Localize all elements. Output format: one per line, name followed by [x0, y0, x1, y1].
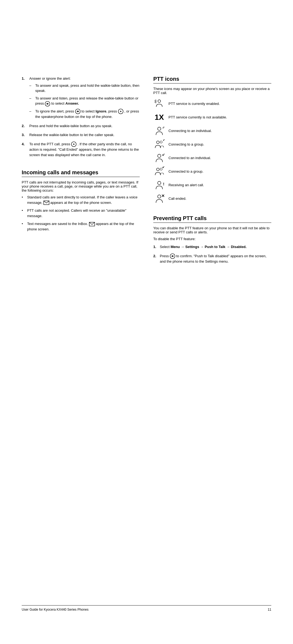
ptt-icon-label-5: Connected to an individual.	[168, 156, 211, 160]
two-column-layout: 1. Answer or ignore the alert: To answer…	[22, 76, 271, 268]
svg-point-22	[157, 168, 159, 171]
substep-1a: To answer and speak, press and hold the …	[29, 83, 140, 94]
connected-individual-icon	[153, 153, 165, 163]
ptt-svg-1b	[45, 101, 50, 107]
substep-1c: To ignore the alert, press to select Ign…	[29, 109, 140, 120]
svg-point-24	[158, 181, 161, 185]
ptt-icon-label-2: PTT service currently is not available.	[168, 115, 227, 120]
ptt-svg-1c-1	[75, 109, 81, 114]
bullet-2-text: PTT calls are not accepted. Callers will…	[27, 208, 126, 218]
prevent-step-1: 1. Select Menu → Settings → Push to Talk…	[153, 244, 271, 250]
ptt-button-icon-1c-1	[75, 109, 81, 114]
svg-text:!: !	[163, 182, 164, 186]
footer: User Guide for Kyocera KX440 Series Phon…	[22, 605, 271, 611]
envelope-icon-2	[89, 222, 95, 226]
ptt-svg-4	[71, 141, 77, 147]
ptt-icons-intro: These icons may appear on your phone's s…	[153, 87, 271, 95]
connected-group-icon	[153, 166, 165, 177]
receiving-alert-svg: !	[154, 180, 164, 190]
call-ended-icon	[153, 194, 165, 204]
ptt-svg-1c-2	[118, 109, 123, 114]
step-2-text: Press and hold the walkie-talkie button …	[29, 124, 112, 128]
step-2: 2. Press and hold the walkie-talkie butt…	[22, 123, 140, 129]
incoming-intro: PTT calls are not interrupted by incomin…	[22, 180, 140, 192]
menu-path-bold: Menu → Settings → Push to Talk → Disable…	[171, 245, 247, 249]
step-1-sublist: To answer and speak, press and hold the …	[29, 83, 140, 120]
connecting-group-svg	[154, 139, 164, 150]
connected-group-svg	[154, 166, 164, 177]
footer-left: User Guide for Kyocera KX440 Series Phon…	[22, 608, 88, 611]
svg-point-26	[158, 195, 161, 198]
prevent-step-2: 2. Press to confirm. "Push to Talk disab…	[153, 253, 271, 264]
substep-1b: To answer and listen, press and release …	[29, 96, 140, 107]
step-4-num: 4.	[22, 141, 25, 147]
step-4: 4. To end the PTT call, press . If the o…	[22, 141, 140, 158]
ptt-button-icon-1c-2	[118, 109, 123, 114]
connecting-group-icon	[153, 139, 165, 150]
ptt-icon-item-6: Connected to a group.	[153, 166, 271, 177]
preventing-heading: Preventing PTT calls	[153, 215, 271, 223]
answer-bold: Answer.	[65, 101, 79, 105]
prevent-step-2-text: Press to confirm. "Push to Talk disabled…	[160, 254, 266, 264]
substep-1a-text: To answer and speak, press and hold the …	[35, 83, 139, 93]
step-3-num: 3.	[22, 132, 25, 138]
svg-point-12	[158, 100, 161, 102]
ptt-not-available-icon: 1X	[153, 112, 165, 123]
preventing-sub: To disable the PTT feature:	[153, 237, 271, 241]
step-1-text: Answer or ignore the alert:	[29, 76, 71, 80]
ptt-icon-item-3: Connecting to an individual.	[153, 126, 271, 136]
bullet-3: Text messages are saved to the InBox. ap…	[22, 221, 140, 232]
step-1-num: 1.	[22, 76, 25, 81]
substep-1b-text: To answer and listen, press and release …	[35, 96, 138, 106]
ptt-icons-list: PTT service is currently enabled. 1X PTT…	[153, 99, 271, 207]
prevent-step-2-num: 2.	[153, 253, 156, 259]
ptt-icon-item-4: Connecting to a group.	[153, 139, 271, 150]
svg-point-14	[158, 127, 161, 130]
ptt-button-icon-1b	[45, 101, 50, 107]
svg-point-17	[157, 141, 159, 144]
incoming-heading: Incoming calls and messages	[22, 169, 140, 177]
svg-point-19	[163, 140, 164, 141]
ptt-icon-label-8: Call ended.	[168, 196, 186, 201]
bullet-1-text: Standard calls are sent directly to voic…	[27, 195, 138, 205]
connecting-individual-icon	[153, 126, 165, 136]
page: 1. Answer or ignore the alert: To answer…	[0, 0, 293, 644]
main-steps-list: 1. Answer or ignore the alert: To answer…	[22, 76, 140, 161]
step-4-text: To end the PTT call, press . If the othe…	[29, 142, 139, 157]
bullet-2: PTT calls are not accepted. Callers will…	[22, 208, 140, 218]
preventing-steps-list: 1. Select Menu → Settings → Push to Talk…	[153, 244, 271, 268]
ptt-not-available-svg: 1X	[154, 112, 164, 123]
envelope-svg-2	[89, 222, 95, 226]
svg-point-30	[172, 256, 173, 257]
svg-text:1X: 1X	[155, 113, 164, 121]
ptt-icon-item-2: 1X PTT service currently is not availabl…	[153, 112, 271, 123]
ptt-icon-label-7: Receiving an alert call.	[168, 183, 204, 188]
envelope-icon-1	[43, 201, 49, 205]
ptt-button-icon-4	[71, 141, 77, 147]
substep-1c-text: To ignore the alert, press to select Ign…	[35, 109, 139, 119]
svg-point-3	[77, 111, 78, 112]
receiving-alert-icon: !	[153, 180, 165, 190]
bullet-1: Standard calls are sent directly to voic…	[22, 195, 140, 205]
ptt-icon-label-3: Connecting to an individual.	[168, 128, 212, 133]
bullet-3-text: Text messages are saved to the InBox. ap…	[27, 222, 134, 231]
ptt-enabled-icon	[153, 99, 165, 109]
svg-point-15	[163, 128, 164, 128]
incoming-bullets: Standard calls are sent directly to voic…	[22, 195, 140, 234]
ptt-svg-prevent	[170, 253, 175, 259]
ignore-bold: Ignore	[95, 109, 106, 113]
connected-individual-svg	[154, 153, 164, 163]
ptt-enabled-svg	[154, 99, 164, 109]
step-3-text: Release the walkie-talkie button to let …	[29, 133, 114, 137]
svg-point-18	[160, 141, 162, 143]
envelope-svg-1	[43, 201, 49, 205]
step-3: 3. Release the walkie-talkie button to l…	[22, 132, 140, 138]
svg-point-21	[158, 154, 161, 157]
ptt-icon-item-1: PTT service is currently enabled.	[153, 99, 271, 109]
svg-point-23	[160, 168, 162, 170]
ptt-icon-item-7: ! Receiving an alert call.	[153, 180, 271, 190]
right-column: PTT icons These icons may appear on your…	[153, 76, 271, 268]
ptt-icon-item-8: Call ended.	[153, 194, 271, 204]
ptt-button-icon-prevent	[170, 253, 175, 259]
step-1: 1. Answer or ignore the alert: To answer…	[22, 76, 140, 120]
